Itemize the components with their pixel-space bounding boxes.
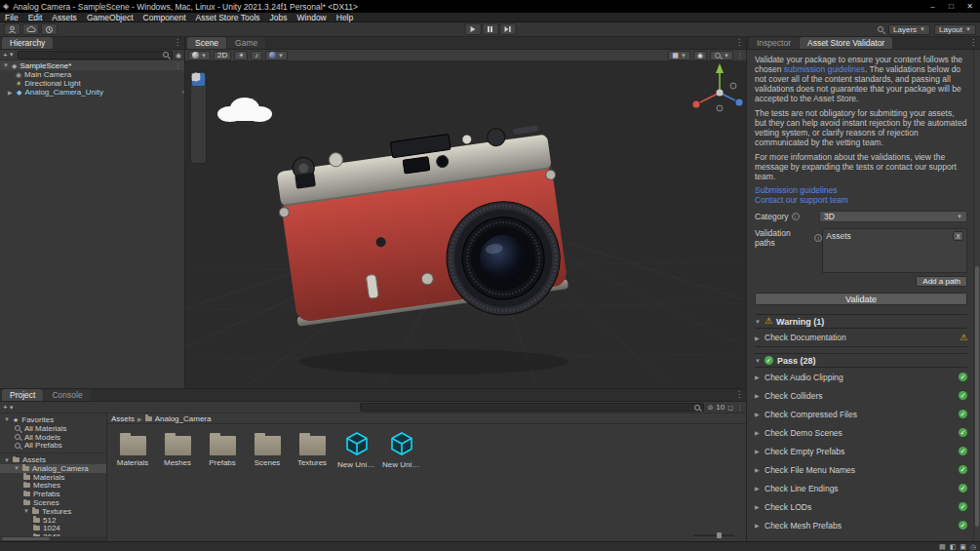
check-row[interactable]: ▶ Check Mesh Prefabs ✓ [755, 516, 967, 534]
tree-item-512[interactable]: 512 [0, 516, 106, 525]
rect-tool-button[interactable] [192, 124, 205, 137]
panel-menu-icon[interactable]: ⋮ [736, 404, 743, 411]
scene-viewport[interactable] [185, 61, 746, 388]
breadcrumb-current[interactable]: Analog_Camera [155, 414, 212, 423]
hierarchy-item-directional-light[interactable]: ☀ Directional Light [0, 79, 184, 88]
layers-dropdown[interactable]: Layers ▼ [888, 24, 930, 35]
menu-gameobject[interactable]: GameObject [82, 13, 138, 22]
2d-toggle[interactable]: 2D [214, 51, 231, 60]
tab-asset-store-validator[interactable]: Asset Store Validator [800, 37, 892, 49]
thumbnail-zoom-slider[interactable] [693, 534, 734, 536]
create-object-dropdown[interactable]: +▼ [3, 51, 15, 59]
panel-menu-icon[interactable]: ⋮ [735, 390, 743, 399]
validation-path-item[interactable]: Assets X [826, 231, 963, 241]
undo-history-icon[interactable] [41, 23, 58, 35]
hierarchy-item-analog-camera[interactable]: ▶ ◆ Analog_Camera_Unity › [0, 88, 184, 97]
close-button[interactable]: ✕ [962, 2, 977, 11]
tab-console[interactable]: Console [44, 389, 90, 401]
maximize-button[interactable]: □ [944, 2, 959, 11]
vertical-scrollbar[interactable] [973, 50, 980, 541]
category-dropdown[interactable]: 3D ▼ [819, 211, 967, 222]
asset-folder-meshes[interactable]: Meshes [158, 430, 197, 467]
horizontal-scrollbar[interactable] [0, 536, 106, 541]
audio-toggle[interactable]: ♪ [251, 51, 262, 60]
check-row[interactable]: ▶ Check Empty Prefabs ✓ [755, 442, 967, 460]
favorites-header[interactable]: ▼★ Favorites [0, 415, 106, 424]
expand-arrow-icon[interactable]: ▶ [755, 503, 761, 510]
effects-dropdown[interactable]: ▼ [265, 51, 288, 60]
hierarchy-search-input[interactable] [18, 51, 173, 59]
cloud-services-icon[interactable] [22, 23, 39, 35]
favorite-all-materials[interactable]: All Materials [0, 424, 106, 433]
hierarchy-item-main-camera[interactable]: ◉ Main Camera [0, 70, 184, 79]
tab-scene[interactable]: Scene [187, 37, 226, 49]
tree-item-textures[interactable]: ▼ Textures [0, 507, 106, 516]
tree-item-prefabs[interactable]: Prefabs [0, 490, 106, 498]
scrollbar-thumb[interactable] [2, 537, 50, 540]
favorite-all-prefabs[interactable]: All Prefabs [0, 441, 106, 450]
transform-tool-button[interactable] [192, 137, 205, 149]
check-row[interactable]: ▶ Check Colliders ✓ [755, 386, 967, 405]
validate-button[interactable]: Validate [755, 293, 967, 305]
check-row[interactable]: ▶ Check Demo Scenes ✓ [755, 423, 967, 442]
menu-file[interactable]: File [0, 13, 23, 22]
expand-arrow-icon[interactable]: ▶ [755, 335, 761, 341]
layout-dropdown[interactable]: Layout ▼ [934, 24, 976, 35]
step-button[interactable] [499, 23, 516, 35]
minimize-button[interactable]: – [925, 2, 940, 11]
tree-item-analog-camera[interactable]: ▼ Analog_Camera [0, 464, 106, 473]
menu-help[interactable]: Help [332, 13, 358, 22]
menu-window[interactable]: Window [293, 13, 332, 22]
activity-icon[interactable]: ◧ [950, 543, 957, 550]
hidden-packages-icon[interactable]: ⊘ [707, 404, 713, 411]
check-row[interactable]: ▶ Check Line Endings ✓ [755, 479, 967, 497]
expand-arrow-icon[interactable]: ▶ [755, 522, 761, 529]
menu-assets[interactable]: Assets [47, 13, 82, 22]
scene-visibility-icon[interactable]: ◉ [176, 52, 181, 59]
expand-arrow-icon[interactable]: ▶ [755, 485, 761, 492]
menu-component[interactable]: Component [138, 13, 191, 22]
inline-guidelines-link[interactable]: submission guidelines [784, 64, 865, 74]
tab-project[interactable]: Project [2, 389, 43, 401]
assets-root-row[interactable]: ▼ Assets [0, 455, 106, 464]
pass-section-header[interactable]: ▼ ✓ Pass (28) [755, 353, 967, 368]
tree-item-meshes[interactable]: Meshes [0, 482, 106, 491]
validation-paths-box[interactable]: Assets X [822, 228, 967, 273]
panel-menu-icon[interactable]: ⋮ [735, 38, 743, 47]
expand-arrow-icon[interactable]: ▶ [755, 374, 761, 380]
tab-inspector[interactable]: Inspector [749, 37, 799, 49]
slider-knob[interactable] [717, 532, 722, 538]
scene-menu-icon[interactable]: ⋮ [175, 62, 181, 69]
scene-header-row[interactable]: ▼ ◈ SampleScene* ⋮ [0, 60, 184, 70]
check-row[interactable]: ▶ Check Compressed Files ✓ [755, 405, 967, 423]
check-row[interactable]: ▶ Check File Menu Names ✓ [755, 460, 967, 479]
gizmos-dropdown[interactable]: ▼ [710, 51, 733, 60]
rotate-tool-button[interactable] [192, 98, 205, 111]
prefab-open-arrow-icon[interactable]: › [182, 89, 184, 96]
tree-item-1024[interactable]: 1024 [0, 525, 106, 533]
scrollbar-thumb[interactable] [975, 266, 979, 527]
shading-mode-dropdown[interactable]: ▼ [188, 51, 211, 60]
menu-edit[interactable]: Edit [23, 13, 48, 22]
contact-support-link[interactable]: Contact our support team [755, 196, 967, 206]
menu-jobs[interactable]: Jobs [265, 13, 293, 22]
tree-item-materials[interactable]: Materials [0, 473, 106, 482]
expand-arrow-icon[interactable]: ▶ [755, 392, 761, 399]
favorite-all-models[interactable]: All Models [0, 433, 106, 442]
asset-folder-textures[interactable]: Textures [293, 430, 332, 467]
menu-asset-store-tools[interactable]: Asset Store Tools [191, 13, 265, 22]
check-row[interactable]: ▶ Check Audio Clipping ✓ [755, 368, 967, 386]
grid-snap-tool-button[interactable] [192, 149, 205, 162]
scene-canvas[interactable] [185, 61, 746, 388]
warning-section-header[interactable]: ▼ ⚠ Warning (1) [755, 314, 967, 329]
pause-button[interactable] [482, 23, 498, 35]
play-button[interactable] [464, 23, 481, 35]
grid-visibility-dropdown[interactable]: ▦▼ [668, 51, 690, 60]
tab-game[interactable]: Game [227, 37, 265, 49]
asset-folder-prefabs[interactable]: Prefabs [203, 430, 242, 467]
cache-server-icon[interactable]: ▣ [960, 543, 966, 550]
expand-arrow-icon[interactable]: ▶ [755, 466, 761, 473]
progress-icon[interactable]: ◷ [970, 543, 976, 550]
foldout-arrow-icon[interactable]: ▶ [8, 89, 14, 96]
asset-folder-materials[interactable]: Materials [113, 430, 152, 467]
